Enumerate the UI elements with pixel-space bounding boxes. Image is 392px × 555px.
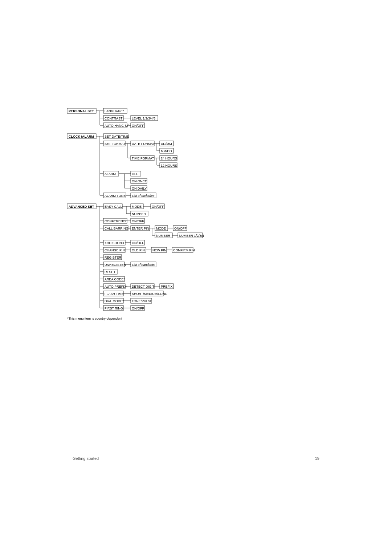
svg-text:SET FORMAT: SET FORMAT	[105, 142, 126, 146]
svg-text:SHORT/MEDIUM/LONG: SHORT/MEDIUM/LONG	[132, 292, 167, 296]
svg-text:AREA CODE*: AREA CODE*	[105, 278, 125, 281]
svg-text:ALARM TONE: ALARM TONE	[105, 194, 126, 198]
svg-text:ON/OFF: ON/OFF	[152, 205, 164, 208]
svg-text:24 HOURS: 24 HOURS	[161, 157, 177, 160]
svg-text:ON/OFF: ON/OFF	[132, 124, 144, 127]
svg-text:UNREGISTER: UNREGISTER	[105, 263, 126, 267]
footer-page-number: 19	[315, 456, 319, 461]
svg-text:ON DAILY: ON DAILY	[132, 187, 147, 190]
svg-text:FIRST RING: FIRST RING	[105, 307, 123, 310]
svg-text:PREFIX: PREFIX	[161, 285, 173, 288]
svg-text:OLD PIN: OLD PIN	[132, 248, 145, 252]
svg-text:ALARM: ALARM	[105, 172, 116, 176]
menu-tree-diagram: .box { fill: white; stroke: #000; stroke…	[67, 105, 343, 367]
svg-text:List of handsets: List of handsets	[132, 263, 155, 267]
svg-text:CONFERENCE: CONFERENCE	[105, 219, 127, 223]
svg-text:SET DATE/TIME: SET DATE/TIME	[105, 135, 129, 138]
page: .box { fill: white; stroke: #000; stroke…	[0, 0, 392, 555]
svg-text:ON/OFF: ON/OFF	[132, 307, 144, 310]
svg-text:NUMBER 1/2/3/4: NUMBER 1/2/3/4	[179, 234, 204, 238]
svg-text:*This menu item is country-dep: *This menu item is country-dependent	[67, 317, 122, 320]
svg-text:NUMBER: NUMBER	[132, 212, 146, 216]
svg-text:MM/DD: MM/DD	[161, 149, 172, 153]
svg-text:DATE FORMAT: DATE FORMAT	[132, 142, 155, 146]
svg-text:DD/MM: DD/MM	[161, 142, 172, 146]
svg-text:TIME FORMAT: TIME FORMAT	[132, 157, 154, 160]
svg-text:REGISTER: REGISTER	[105, 256, 122, 259]
svg-text:OFF: OFF	[132, 172, 138, 176]
svg-text:CHANGE PIN: CHANGE PIN	[105, 248, 125, 252]
svg-text:NEW PIN: NEW PIN	[152, 248, 167, 252]
svg-text:CONTRAST: CONTRAST	[105, 117, 123, 120]
svg-text:FLASH TIME: FLASH TIME	[105, 292, 124, 296]
svg-text:XHD SOUND: XHD SOUND	[105, 241, 124, 245]
svg-text:ON ONCE: ON ONCE	[132, 179, 147, 183]
footer-left-text: Getting started	[73, 456, 99, 461]
svg-text:DIAL MODE*: DIAL MODE*	[105, 299, 124, 303]
svg-text:12 HOURS: 12 HOURS	[161, 164, 177, 167]
svg-text:AUTO HANG-UP: AUTO HANG-UP	[105, 124, 130, 127]
svg-text:ON/OFF: ON/OFF	[132, 241, 144, 245]
svg-text:CALL BARRING*: CALL BARRING*	[105, 227, 130, 230]
svg-text:NUMBER: NUMBER	[156, 234, 171, 238]
svg-text:DETECT DIGIT: DETECT DIGIT	[132, 285, 155, 288]
svg-text:MODE: MODE	[156, 227, 166, 230]
svg-text:List of melodies: List of melodies	[132, 194, 155, 198]
svg-text:TONE/PULSE: TONE/PULSE	[132, 299, 152, 303]
svg-text:RESET: RESET	[105, 270, 116, 274]
svg-text:ON/OFF: ON/OFF	[132, 219, 144, 223]
svg-text:ENTER PIN: ENTER PIN	[132, 227, 149, 230]
svg-text:PERSONAL SET: PERSONAL SET	[69, 109, 94, 113]
svg-text:ADVANCED SET: ADVANCED SET	[69, 205, 94, 208]
svg-text:MODE: MODE	[132, 205, 142, 208]
svg-text:ON/OFF: ON/OFF	[174, 227, 187, 230]
svg-text:LEVEL 1/2/3/4/5: LEVEL 1/2/3/4/5	[132, 117, 155, 120]
svg-text:CONFIRM PIN: CONFIRM PIN	[173, 248, 195, 252]
svg-text:CLOCK /ALARM: CLOCK /ALARM	[69, 135, 94, 138]
page-footer: Getting started 19	[73, 456, 319, 461]
svg-text:LANGUAGE*: LANGUAGE*	[105, 109, 124, 113]
svg-text:AUTO PREFIX*: AUTO PREFIX*	[105, 285, 128, 288]
svg-text:EASY CALL: EASY CALL	[105, 205, 122, 208]
